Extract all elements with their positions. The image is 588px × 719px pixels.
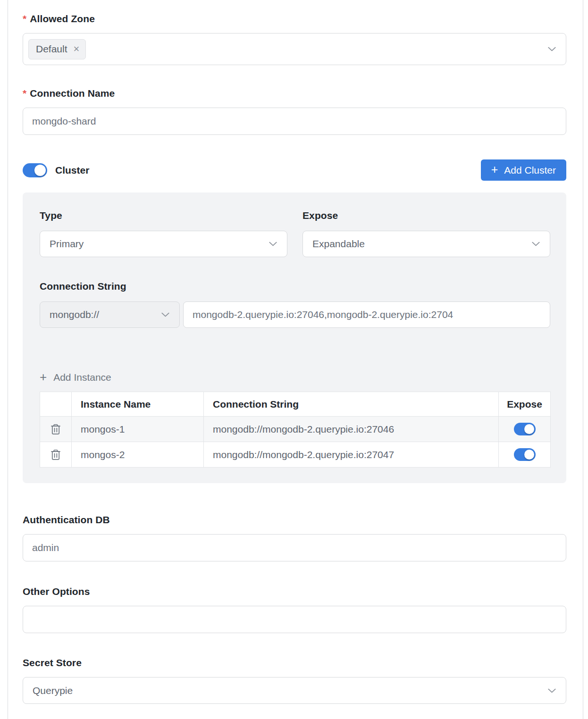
connection-name-input[interactable] (23, 108, 566, 135)
expose-column-header: Expose (499, 392, 551, 417)
add-cluster-button-label: Add Cluster (504, 165, 556, 176)
add-instance-label: Add Instance (53, 372, 111, 383)
chevron-down-icon (160, 309, 171, 320)
chevron-down-icon (268, 239, 278, 250)
expose-select[interactable]: Expandable (302, 231, 550, 257)
connection-name-label-text: Connection Name (30, 88, 115, 99)
connection-string-input[interactable] (183, 301, 550, 328)
other-options-input[interactable] (23, 606, 566, 633)
cluster-header-row: Cluster + Add Cluster (23, 159, 566, 181)
expose-toggle[interactable] (514, 448, 536, 461)
connection-string-cell: mongodb://mongodb-2.querypie.io:27046 (204, 417, 499, 442)
connection-form-card: * Allowed Zone Default × * Connection Na… (8, 0, 583, 719)
connection-string-column-header: Connection String (204, 392, 499, 417)
protocol-select[interactable]: mongodb:// (40, 301, 180, 328)
add-cluster-button[interactable]: + Add Cluster (481, 159, 566, 181)
secret-store-field: Secret Store Querypie (23, 657, 566, 704)
tag-remove-icon[interactable]: × (74, 44, 80, 54)
expose-select-value: Expandable (312, 238, 365, 250)
type-select[interactable]: Primary (40, 231, 287, 257)
instance-name-cell: mongos-2 (72, 442, 204, 468)
trash-icon (50, 449, 61, 461)
other-options-field: Other Options (23, 586, 566, 633)
protocol-select-value: mongodb:// (50, 309, 99, 320)
chevron-down-icon (530, 239, 541, 250)
expose-toggle[interactable] (514, 423, 536, 435)
actions-column-header (40, 392, 72, 417)
type-label: Type (40, 210, 287, 221)
connection-string-cell: mongodb://mongodb-2.querypie.io:27047 (204, 442, 499, 468)
trash-icon (50, 423, 61, 435)
connection-name-field: * Connection Name (23, 88, 566, 135)
other-options-label: Other Options (23, 586, 566, 597)
instances-table: Instance Name Connection String Expose (40, 392, 551, 468)
instance-name-cell: mongos-1 (72, 417, 204, 442)
allowed-zone-label-text: Allowed Zone (30, 13, 95, 25)
allowed-zone-select[interactable]: Default × (23, 33, 566, 65)
instance-name-column-header: Instance Name (72, 392, 204, 417)
cluster-panel: Type Primary Expose Expandable (23, 192, 566, 483)
authentication-db-input[interactable] (23, 534, 566, 561)
authentication-db-field: Authentication DB (23, 514, 566, 561)
allowed-zone-field: * Allowed Zone Default × (23, 13, 566, 65)
chevron-down-icon (546, 44, 557, 55)
connection-name-label: * Connection Name (23, 88, 566, 99)
required-asterisk: * (23, 13, 26, 25)
secret-store-label: Secret Store (23, 657, 566, 669)
instances-table-header-row: Instance Name Connection String Expose (40, 392, 551, 417)
table-row: mongos-2 mongodb://mongodb-2.querypie.io… (40, 442, 551, 468)
connection-string-field: Connection String mongodb:// (40, 281, 550, 328)
allowed-zone-label: * Allowed Zone (23, 13, 566, 25)
cluster-label: Cluster (55, 165, 89, 176)
expose-field: Expose Expandable (302, 210, 550, 257)
cluster-toggle[interactable] (23, 163, 47, 177)
secret-store-select[interactable]: Querypie (23, 677, 566, 704)
delete-instance-button[interactable] (47, 420, 64, 438)
expose-label: Expose (302, 210, 550, 221)
plus-icon: + (40, 371, 47, 383)
type-field: Type Primary (40, 210, 287, 257)
type-select-value: Primary (50, 238, 84, 250)
allowed-zone-tag: Default × (28, 39, 86, 59)
connection-string-label: Connection String (40, 281, 550, 292)
add-instance-button[interactable]: + Add Instance (40, 371, 111, 384)
delete-instance-button[interactable] (47, 446, 64, 464)
authentication-db-label: Authentication DB (23, 514, 566, 526)
allowed-zone-tag-text: Default (36, 43, 67, 55)
secret-store-select-value: Querypie (33, 685, 73, 696)
chevron-down-icon (546, 685, 557, 696)
table-row: mongos-1 mongodb://mongodb-2.querypie.io… (40, 417, 551, 442)
required-asterisk: * (23, 88, 26, 99)
cluster-toggle-group: Cluster (23, 163, 89, 177)
plus-icon: + (491, 164, 498, 176)
